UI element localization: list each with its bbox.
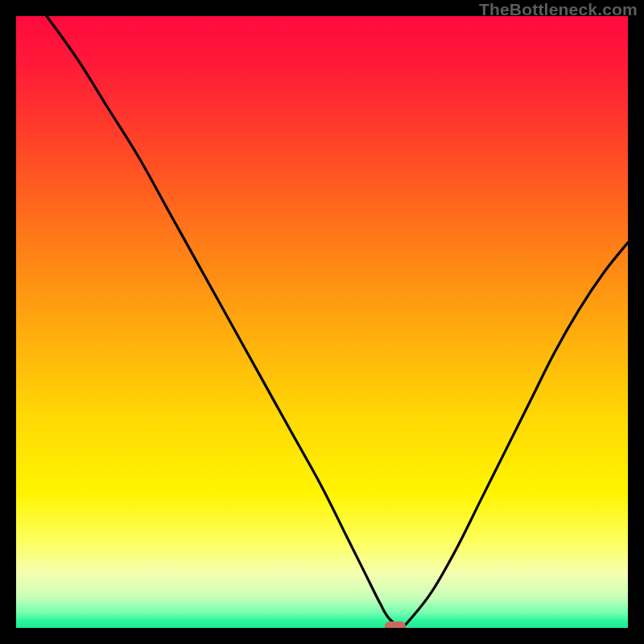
optimal-marker — [385, 621, 406, 628]
plot-area — [16, 16, 628, 628]
bottleneck-curve — [16, 16, 628, 628]
chart-frame: TheBottleneck.com — [0, 0, 644, 644]
